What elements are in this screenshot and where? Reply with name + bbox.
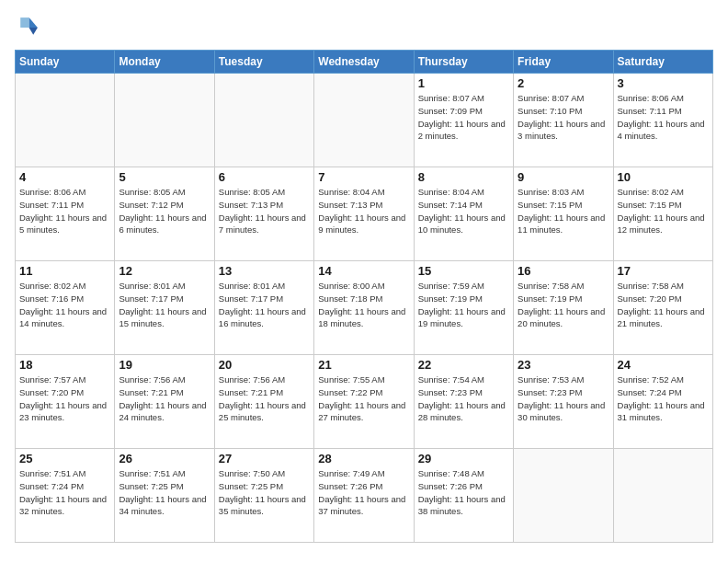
- calendar-day-cell: 23Sunrise: 7:53 AM Sunset: 7:23 PM Dayli…: [514, 355, 613, 449]
- logo-icon: [15, 15, 40, 40]
- day-info: Sunrise: 8:05 AM Sunset: 7:12 PM Dayligh…: [119, 186, 210, 236]
- calendar-day-cell: 16Sunrise: 7:58 AM Sunset: 7:19 PM Dayli…: [514, 261, 613, 355]
- calendar-table: SundayMondayTuesdayWednesdayThursdayFrid…: [15, 50, 713, 543]
- day-info: Sunrise: 8:04 AM Sunset: 7:14 PM Dayligh…: [418, 186, 509, 236]
- calendar-day-header: Thursday: [414, 51, 513, 74]
- day-info: Sunrise: 8:02 AM Sunset: 7:15 PM Dayligh…: [618, 186, 709, 236]
- calendar-day-cell: 3Sunrise: 8:06 AM Sunset: 7:11 PM Daylig…: [613, 74, 712, 167]
- calendar-day-header: Wednesday: [314, 51, 414, 74]
- calendar-day-header: Tuesday: [214, 51, 313, 74]
- calendar-day-cell: 17Sunrise: 7:58 AM Sunset: 7:20 PM Dayli…: [613, 261, 712, 355]
- day-number: 2: [518, 76, 609, 90]
- calendar-day-cell: 6Sunrise: 8:05 AM Sunset: 7:13 PM Daylig…: [214, 167, 313, 261]
- calendar-day-cell: 19Sunrise: 7:56 AM Sunset: 7:21 PM Dayli…: [115, 355, 214, 449]
- day-info: Sunrise: 7:56 AM Sunset: 7:21 PM Dayligh…: [219, 373, 310, 424]
- day-info: Sunrise: 7:49 AM Sunset: 7:26 PM Dayligh…: [318, 467, 409, 518]
- calendar-day-cell: 26Sunrise: 7:51 AM Sunset: 7:25 PM Dayli…: [115, 449, 214, 543]
- calendar-day-cell: 2Sunrise: 8:07 AM Sunset: 7:10 PM Daylig…: [514, 74, 613, 167]
- calendar-day-cell: 7Sunrise: 8:04 AM Sunset: 7:13 PM Daylig…: [314, 167, 414, 261]
- calendar-day-cell: [613, 449, 712, 543]
- calendar-day-cell: [16, 74, 115, 167]
- day-number: 6: [219, 170, 310, 184]
- day-number: 12: [119, 264, 210, 278]
- calendar-day-cell: 9Sunrise: 8:03 AM Sunset: 7:15 PM Daylig…: [514, 167, 613, 261]
- calendar-day-header: Sunday: [16, 51, 115, 74]
- calendar-day-cell: 29Sunrise: 7:48 AM Sunset: 7:26 PM Dayli…: [414, 449, 513, 543]
- svg-marker-2: [20, 17, 28, 28]
- day-info: Sunrise: 7:56 AM Sunset: 7:21 PM Dayligh…: [119, 373, 210, 424]
- day-number: 9: [518, 170, 609, 184]
- calendar-day-cell: 18Sunrise: 7:57 AM Sunset: 7:20 PM Dayli…: [16, 355, 115, 449]
- day-info: Sunrise: 7:51 AM Sunset: 7:24 PM Dayligh…: [19, 467, 110, 518]
- day-info: Sunrise: 7:58 AM Sunset: 7:19 PM Dayligh…: [518, 280, 609, 330]
- day-number: 3: [618, 76, 709, 90]
- calendar-header-row: SundayMondayTuesdayWednesdayThursdayFrid…: [16, 51, 713, 74]
- day-number: 25: [19, 452, 110, 465]
- day-number: 29: [418, 452, 509, 465]
- calendar-day-cell: 24Sunrise: 7:52 AM Sunset: 7:24 PM Dayli…: [613, 355, 712, 449]
- day-number: 24: [618, 358, 709, 372]
- calendar-week-row: 1Sunrise: 8:07 AM Sunset: 7:09 PM Daylig…: [16, 74, 713, 167]
- calendar-day-cell: 20Sunrise: 7:56 AM Sunset: 7:21 PM Dayli…: [214, 355, 313, 449]
- day-number: 17: [618, 264, 709, 278]
- day-info: Sunrise: 8:06 AM Sunset: 7:11 PM Dayligh…: [618, 92, 709, 143]
- day-info: Sunrise: 8:06 AM Sunset: 7:11 PM Dayligh…: [19, 186, 110, 236]
- day-number: 1: [418, 76, 509, 90]
- day-number: 19: [119, 358, 210, 372]
- day-info: Sunrise: 8:00 AM Sunset: 7:18 PM Dayligh…: [318, 280, 409, 330]
- logo: [15, 15, 44, 40]
- svg-marker-1: [29, 28, 38, 35]
- day-number: 27: [219, 452, 310, 465]
- day-number: 16: [518, 264, 609, 278]
- calendar-day-cell: [514, 449, 613, 543]
- calendar-day-cell: 12Sunrise: 8:01 AM Sunset: 7:17 PM Dayli…: [115, 261, 214, 355]
- day-info: Sunrise: 7:53 AM Sunset: 7:23 PM Dayligh…: [518, 373, 609, 424]
- calendar-day-header: Friday: [514, 51, 613, 74]
- calendar-day-cell: 27Sunrise: 7:50 AM Sunset: 7:25 PM Dayli…: [214, 449, 313, 543]
- day-info: Sunrise: 7:59 AM Sunset: 7:19 PM Dayligh…: [418, 280, 509, 330]
- calendar-day-cell: 1Sunrise: 8:07 AM Sunset: 7:09 PM Daylig…: [414, 74, 513, 167]
- header: [15, 15, 713, 40]
- day-info: Sunrise: 7:58 AM Sunset: 7:20 PM Dayligh…: [618, 280, 709, 330]
- day-info: Sunrise: 8:03 AM Sunset: 7:15 PM Dayligh…: [518, 186, 609, 236]
- day-info: Sunrise: 8:01 AM Sunset: 7:17 PM Dayligh…: [219, 280, 310, 330]
- day-info: Sunrise: 8:05 AM Sunset: 7:13 PM Dayligh…: [219, 186, 310, 236]
- day-number: 4: [19, 170, 110, 184]
- calendar-day-cell: 8Sunrise: 8:04 AM Sunset: 7:14 PM Daylig…: [414, 167, 513, 261]
- day-number: 28: [318, 452, 409, 465]
- day-info: Sunrise: 8:04 AM Sunset: 7:13 PM Dayligh…: [318, 186, 409, 236]
- calendar-day-cell: 11Sunrise: 8:02 AM Sunset: 7:16 PM Dayli…: [16, 261, 115, 355]
- calendar-day-cell: 28Sunrise: 7:49 AM Sunset: 7:26 PM Dayli…: [314, 449, 414, 543]
- day-number: 11: [19, 264, 110, 278]
- day-number: 18: [19, 358, 110, 372]
- calendar-day-header: Monday: [115, 51, 214, 74]
- day-info: Sunrise: 8:02 AM Sunset: 7:16 PM Dayligh…: [19, 280, 110, 330]
- calendar-day-cell: [314, 74, 414, 167]
- day-info: Sunrise: 7:50 AM Sunset: 7:25 PM Dayligh…: [219, 467, 310, 518]
- day-number: 13: [219, 264, 310, 278]
- day-number: 5: [119, 170, 210, 184]
- day-number: 26: [119, 452, 210, 465]
- calendar-day-cell: 22Sunrise: 7:54 AM Sunset: 7:23 PM Dayli…: [414, 355, 513, 449]
- calendar-day-cell: [214, 74, 313, 167]
- day-info: Sunrise: 7:54 AM Sunset: 7:23 PM Dayligh…: [418, 373, 509, 424]
- day-number: 15: [418, 264, 509, 278]
- day-number: 14: [318, 264, 409, 278]
- calendar-week-row: 11Sunrise: 8:02 AM Sunset: 7:16 PM Dayli…: [16, 261, 713, 355]
- calendar-week-row: 4Sunrise: 8:06 AM Sunset: 7:11 PM Daylig…: [16, 167, 713, 261]
- calendar-day-cell: 5Sunrise: 8:05 AM Sunset: 7:12 PM Daylig…: [115, 167, 214, 261]
- calendar-day-cell: 13Sunrise: 8:01 AM Sunset: 7:17 PM Dayli…: [214, 261, 313, 355]
- day-info: Sunrise: 7:52 AM Sunset: 7:24 PM Dayligh…: [618, 373, 709, 424]
- day-info: Sunrise: 7:55 AM Sunset: 7:22 PM Dayligh…: [318, 373, 409, 424]
- day-info: Sunrise: 8:07 AM Sunset: 7:10 PM Dayligh…: [518, 92, 609, 143]
- day-info: Sunrise: 8:07 AM Sunset: 7:09 PM Dayligh…: [418, 92, 509, 143]
- day-number: 20: [219, 358, 310, 372]
- page: SundayMondayTuesdayWednesdayThursdayFrid…: [0, 0, 728, 563]
- calendar-day-header: Saturday: [613, 51, 712, 74]
- calendar-day-cell: 10Sunrise: 8:02 AM Sunset: 7:15 PM Dayli…: [613, 167, 712, 261]
- calendar-day-cell: 14Sunrise: 8:00 AM Sunset: 7:18 PM Dayli…: [314, 261, 414, 355]
- day-number: 8: [418, 170, 509, 184]
- calendar-day-cell: [115, 74, 214, 167]
- day-number: 23: [518, 358, 609, 372]
- day-number: 21: [318, 358, 409, 372]
